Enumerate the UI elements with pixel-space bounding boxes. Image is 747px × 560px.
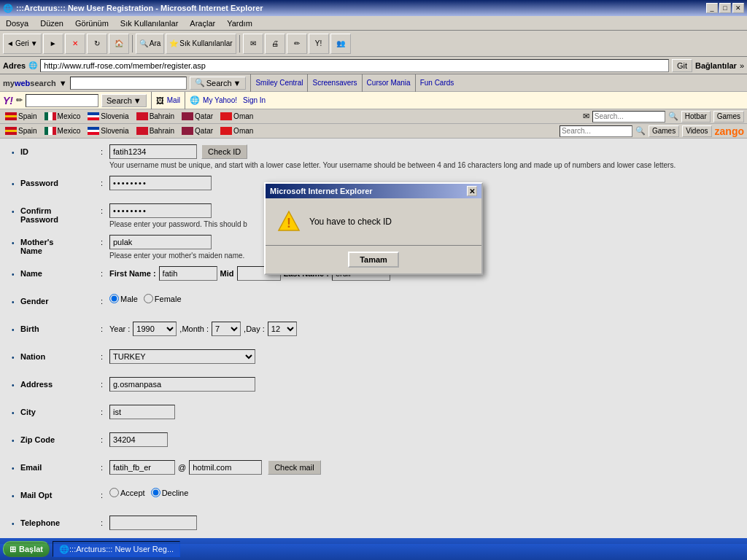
window-chrome: 🌐 :::Arcturus::: New User Registration -… — [0, 0, 747, 560]
refresh-button[interactable]: ↻ — [87, 34, 107, 54]
go-button[interactable]: Git — [672, 59, 692, 72]
yahoo-icon2: 🌐 — [190, 96, 200, 105]
smiley-central-link[interactable]: Smiley Central — [255, 79, 303, 87]
mail-button[interactable]: ✉ — [243, 34, 263, 54]
bahrain-flag-1 — [136, 112, 148, 120]
link-oman-2[interactable]: Oman — [218, 126, 255, 136]
screensavers-link[interactable]: Screensavers — [312, 79, 357, 87]
yahoo-sep2 — [185, 92, 185, 109]
browser-toolbar: ◄ Geri ▼ ► ✕ ↻ 🏠 🔍 Ara ⭐ Sık Kullanılanl… — [0, 31, 747, 57]
yahoo-search-input[interactable] — [26, 94, 98, 107]
oman-flag-2 — [220, 127, 232, 135]
link-slovenia-1[interactable]: Slovenia — [85, 112, 131, 121]
yahoo-image-icon: 🖼 — [156, 96, 164, 105]
link-bar-2: Spain Mexico Slovenia Bahrain Qatar Oman… — [0, 124, 747, 139]
favorites-button[interactable]: ⭐ Sık Kullanılanlar — [166, 34, 236, 54]
home-icon: 🏠 — [115, 39, 123, 47]
back-dropdown-icon: ▼ — [31, 39, 38, 47]
slovenia-flag-2 — [88, 127, 99, 135]
link-mexico-1[interactable]: Mexico — [42, 112, 83, 121]
videos-button[interactable]: Videos — [682, 125, 711, 137]
forward-button[interactable]: ► — [43, 34, 63, 54]
link-bahrain-1[interactable]: Bahrain — [134, 112, 177, 121]
home-button[interactable]: 🏠 — [109, 34, 129, 54]
mywebsearch-bar: mywebsearch ▼ 🔍 Search ▼ Smiley Central … — [0, 74, 747, 92]
minimize-button[interactable]: _ — [706, 3, 718, 13]
link-slovenia-2[interactable]: Slovenia — [85, 126, 131, 136]
yahoo-pencil-icon: ✏ — [16, 96, 23, 105]
yahoo-sep — [151, 92, 152, 109]
link-spain-2[interactable]: Spain — [3, 126, 39, 136]
modal-title-bar: Microsoft Internet Explorer ✕ — [266, 184, 481, 198]
link-mexico-2[interactable]: Mexico — [42, 126, 83, 136]
star-icon: ⭐ — [169, 39, 178, 47]
games-button-2[interactable]: Games — [649, 125, 679, 137]
searchbar-sep — [250, 74, 251, 92]
address-input[interactable] — [40, 59, 669, 72]
mywebsearch-search-btn[interactable]: 🔍 Search ▼ — [190, 77, 247, 90]
hotbar-search-input[interactable] — [592, 111, 665, 122]
toolbar-separator2 — [239, 35, 240, 52]
modal-footer: Tamam — [266, 245, 481, 273]
maximize-button[interactable]: □ — [719, 3, 731, 13]
searchbar-sep3 — [362, 74, 363, 92]
searchbar-sep4 — [415, 74, 416, 92]
link-qatar-2[interactable]: Qatar — [179, 126, 215, 136]
menu-gorunum[interactable]: Görünüm — [72, 18, 112, 28]
modal-close-button[interactable]: ✕ — [467, 186, 477, 196]
people-button[interactable]: 👥 — [330, 34, 351, 54]
hotbar-button[interactable]: Hotbar — [681, 111, 711, 122]
link-oman-1[interactable]: Oman — [218, 112, 255, 121]
slovenia-flag-1 — [88, 112, 99, 120]
stop-button[interactable]: ✕ — [65, 34, 85, 54]
link-bar-right-1: ✉ 🔍 Hotbar Games — [583, 111, 744, 122]
zango-label[interactable]: zango — [715, 125, 744, 137]
close-button[interactable]: ✕ — [732, 3, 744, 13]
yahoo-myyahoo-link[interactable]: My Yahoo! — [203, 96, 237, 104]
stop-icon: ✕ — [72, 39, 78, 47]
mywebsearch-dropdown-icon[interactable]: ▼ — [59, 79, 67, 88]
warning-icon: ! — [277, 210, 301, 233]
window-title: :::Arcturus::: New User Registration - M… — [16, 4, 263, 12]
back-button[interactable]: ◄ Geri ▼ — [3, 34, 42, 54]
qatar-flag-1 — [182, 112, 193, 120]
spain-flag-1 — [5, 112, 17, 120]
ie-taskbar-icon: 🌐 — [59, 545, 69, 554]
menu-duzen[interactable]: Düzen — [37, 18, 66, 28]
back-icon: ◄ — [7, 39, 14, 47]
edit-icon: ✏ — [294, 39, 300, 47]
print-button[interactable]: 🖨 — [265, 34, 285, 54]
yahoo-signin-link[interactable]: Sign In — [243, 96, 266, 104]
links-expand-icon: » — [740, 61, 744, 70]
address-bar: Adres 🌐 Git Bağlantılar » — [0, 57, 747, 74]
print-icon: 🖨 — [271, 39, 279, 47]
fun-cards-link[interactable]: Fun Cards — [420, 79, 454, 87]
linkbar2-search-icon[interactable]: 🔍 — [635, 126, 646, 136]
linkbar2-search-input[interactable] — [560, 125, 632, 137]
modal-body: ! You have to check ID — [266, 198, 481, 245]
mexico-flag-1 — [44, 112, 56, 120]
search-button[interactable]: 🔍 Ara — [136, 34, 165, 54]
hotbar-search-icon[interactable]: 🔍 — [668, 112, 678, 121]
yahoo-button[interactable]: Y! — [309, 34, 329, 54]
cursor-mania-link[interactable]: Cursor Mania — [367, 79, 411, 87]
menu-tools[interactable]: Araçlar — [187, 18, 218, 28]
games-button-1[interactable]: Games — [713, 111, 744, 122]
link-spain-1[interactable]: Spain — [3, 112, 39, 121]
yahoo-mail-link[interactable]: Mail — [167, 96, 180, 104]
mywebsearch-input[interactable] — [70, 77, 187, 90]
edit-button[interactable]: ✏ — [287, 34, 307, 54]
address-label: Adres — [3, 61, 26, 70]
envelope-icon-1: ✉ — [583, 112, 589, 121]
browser-icon: 🌐 — [3, 4, 13, 13]
menu-dosya[interactable]: Dosya — [3, 18, 31, 28]
menu-favorites[interactable]: Sık Kullanılanlar — [117, 18, 182, 28]
link-qatar-1[interactable]: Qatar — [179, 112, 215, 121]
refresh-icon: ↻ — [94, 39, 100, 47]
menu-help[interactable]: Yardım — [224, 18, 255, 28]
mexico-flag-2 — [44, 127, 56, 135]
modal-title-text: Microsoft Internet Explorer — [270, 187, 373, 195]
link-bahrain-2[interactable]: Bahrain — [134, 126, 177, 136]
modal-ok-button[interactable]: Tamam — [348, 252, 399, 268]
yahoo-search-btn[interactable]: Search ▼ — [101, 94, 147, 107]
